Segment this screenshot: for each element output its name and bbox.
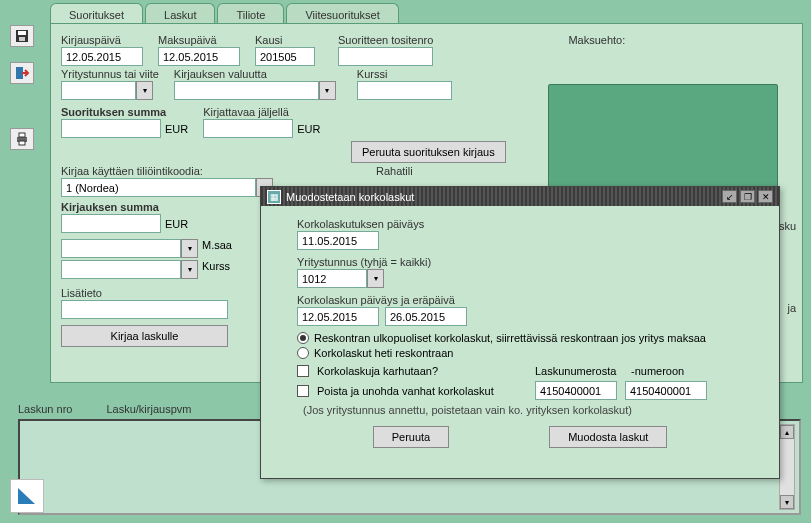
label-ytv: Yritystunnus tai viite bbox=[61, 68, 159, 80]
svg-rect-5 bbox=[19, 133, 25, 137]
dialog-minimize-icon[interactable]: ↙ bbox=[722, 190, 737, 203]
label-ssuma: Suorituksen summa bbox=[61, 106, 188, 118]
label-kausi: Kausi bbox=[255, 34, 315, 46]
radio-ulkopuoliset[interactable] bbox=[297, 332, 309, 344]
kurss-input[interactable] bbox=[61, 260, 181, 279]
kirjauspv-input[interactable] bbox=[61, 47, 143, 66]
check-karhutaan[interactable] bbox=[297, 365, 309, 377]
print-icon[interactable] bbox=[10, 128, 34, 150]
check-poista-label: Poista ja unohda vanhat korkolaskut bbox=[317, 385, 527, 397]
kja-input[interactable] bbox=[203, 119, 293, 138]
svg-rect-1 bbox=[18, 31, 26, 35]
scroll-down-icon[interactable]: ▾ bbox=[780, 495, 794, 509]
check-karhutaan-label: Korkolaskuja karhutaan? bbox=[317, 365, 527, 377]
yt-dropdown[interactable]: ▾ bbox=[367, 269, 384, 288]
save-icon[interactable] bbox=[10, 25, 34, 47]
col-lasku-kirjauspvm: Lasku/kirjauspvm bbox=[106, 403, 191, 415]
label-ksuma: Kirjauksen summa bbox=[61, 201, 188, 213]
list-scrollbar[interactable]: ▴ ▾ bbox=[779, 424, 795, 510]
label-lisat: Lisätieto bbox=[61, 287, 228, 299]
label-to: -numeroon bbox=[631, 365, 684, 377]
col-laskun-nro: Laskun nro bbox=[18, 403, 72, 415]
kurss-dropdown[interactable]: ▾ bbox=[181, 260, 198, 279]
radio-ulkopuoliset-label: Reskontran ulkopuoliset korkolaskut, sii… bbox=[314, 332, 706, 344]
label-ja: ja bbox=[787, 302, 796, 314]
label-kval: Kirjauksen valuutta bbox=[174, 68, 336, 80]
eur-1: EUR bbox=[165, 123, 188, 135]
label-kpe: Korkolaskun päiväys ja eräpäivä bbox=[297, 294, 743, 306]
label-yt: Yritystunnus (tyhjä = kaikki) bbox=[297, 256, 743, 268]
app-logo-icon bbox=[10, 479, 44, 513]
label-sku: sku bbox=[779, 220, 796, 232]
epv-input[interactable] bbox=[385, 307, 467, 326]
peruuta-kirjaus-button[interactable]: Peruuta suorituksen kirjaus bbox=[351, 141, 506, 163]
eur-3: EUR bbox=[165, 218, 188, 230]
svg-rect-2 bbox=[19, 37, 25, 41]
kval-input[interactable] bbox=[174, 81, 319, 100]
kirjaa-laskulle-button[interactable]: Kirjaa laskulle bbox=[61, 325, 228, 347]
ksuma-input[interactable] bbox=[61, 214, 161, 233]
label-tilikoodi: Kirjaa käyttäen tiliöintikoodia: bbox=[61, 165, 281, 177]
klpv-input[interactable] bbox=[297, 231, 379, 250]
ytv-input[interactable] bbox=[61, 81, 136, 100]
label-maksupv: Maksupäivä bbox=[158, 34, 240, 46]
to-input[interactable] bbox=[625, 381, 707, 400]
lisat-input[interactable] bbox=[61, 300, 228, 319]
label-kurssi: Kurssi bbox=[357, 68, 452, 80]
exit-icon[interactable] bbox=[10, 62, 34, 84]
label-maksuehto: Maksuehto: bbox=[568, 34, 625, 46]
dialog-close-icon[interactable]: ✕ bbox=[758, 190, 773, 203]
radio-heti-label: Korkolaskut heti reskontraan bbox=[314, 347, 453, 359]
msaa-input[interactable] bbox=[61, 239, 181, 258]
scroll-up-icon[interactable]: ▴ bbox=[780, 425, 794, 439]
kausi-input[interactable] bbox=[255, 47, 315, 66]
label-kja: Kirjattavaa jäljellä bbox=[203, 106, 320, 118]
svg-rect-3 bbox=[16, 67, 23, 79]
dialog-restore-icon[interactable]: ❐ bbox=[740, 190, 755, 203]
dialog-ok-button[interactable]: Muodosta laskut bbox=[549, 426, 667, 448]
dialog-cancel-button[interactable]: Peruuta bbox=[373, 426, 450, 448]
korkolaskut-dialog: ▦ Muodostetaan korkolaskut ↙ ❐ ✕ Korkola… bbox=[260, 186, 780, 479]
check-poista[interactable] bbox=[297, 385, 309, 397]
tilikoodi-input[interactable] bbox=[61, 178, 256, 197]
dialog-icon: ▦ bbox=[267, 190, 281, 204]
msaa-dropdown[interactable]: ▾ bbox=[181, 239, 198, 258]
label-klpv: Korkolaskutuksen päiväys bbox=[297, 218, 743, 230]
maksuehto-panel bbox=[548, 84, 778, 194]
yt-input[interactable] bbox=[297, 269, 367, 288]
label-rahatili: Rahatili bbox=[376, 165, 413, 177]
kurssi-input[interactable] bbox=[357, 81, 452, 100]
kpv-input[interactable] bbox=[297, 307, 379, 326]
label-tositenro: Suoritteen tositenro bbox=[338, 34, 433, 46]
tositenro-input[interactable] bbox=[338, 47, 433, 66]
label-kurss: Kurss bbox=[202, 260, 230, 279]
svg-marker-7 bbox=[18, 488, 35, 504]
maksupv-input[interactable] bbox=[158, 47, 240, 66]
eur-2: EUR bbox=[297, 123, 320, 135]
ytv-dropdown[interactable]: ▾ bbox=[136, 81, 153, 100]
radio-heti[interactable] bbox=[297, 347, 309, 359]
label-from: Laskunumerosta bbox=[535, 365, 623, 377]
dialog-title: Muodostetaan korkolaskut bbox=[286, 191, 414, 203]
label-msaa: M.saa bbox=[202, 239, 232, 258]
svg-rect-6 bbox=[19, 141, 25, 145]
from-input[interactable] bbox=[535, 381, 617, 400]
label-kirjauspv: Kirjauspäivä bbox=[61, 34, 143, 46]
dialog-hint: (Jos yritystunnus annettu, poistetaan va… bbox=[303, 404, 743, 416]
ssuma-input[interactable] bbox=[61, 119, 161, 138]
kval-dropdown[interactable]: ▾ bbox=[319, 81, 336, 100]
